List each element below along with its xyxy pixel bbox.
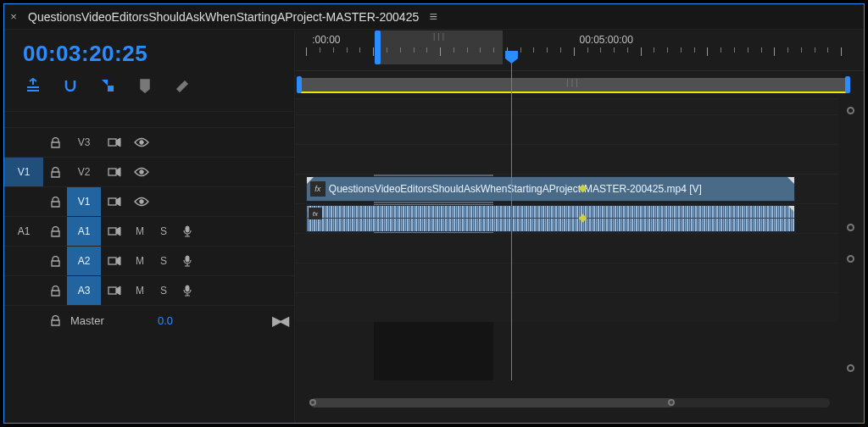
sync-lock-a1[interactable]	[101, 217, 128, 246]
vscroll-marker[interactable]	[847, 107, 854, 114]
solo-toggle-a3[interactable]: S	[152, 276, 175, 305]
horizontal-zoom-scrollbar[interactable]	[310, 398, 830, 408]
lane-v3[interactable]	[295, 114, 838, 144]
lock-toggle-a2[interactable]	[43, 247, 67, 275]
video-clip-name: QuestionsVideoEditorsShouldAskWhenStarti…	[329, 183, 702, 195]
sync-lock-v1[interactable]	[101, 187, 128, 216]
track-label-a2[interactable]: A2	[67, 247, 101, 275]
insert-overwrite-icon[interactable]	[23, 75, 43, 96]
lock-toggle-a1[interactable]	[43, 217, 67, 246]
playhead[interactable]	[511, 56, 512, 380]
lane-a3[interactable]	[295, 263, 838, 292]
io-toggle-icon[interactable]: ▶◀	[272, 313, 286, 329]
tab-bar: × QuestionsVideoEditorsShouldAskWhenStar…	[4, 4, 864, 30]
track-header-a2: A2 M S	[4, 246, 294, 275]
work-area-start-handle[interactable]	[297, 76, 302, 93]
lock-toggle-master[interactable]	[43, 306, 67, 335]
ruler-labels: :00:00 00:05:00:00	[295, 34, 864, 46]
video-clip[interactable]: fx QuestionsVideoEditorsShouldAskWhenSta…	[306, 176, 795, 202]
timeline-panel: × QuestionsVideoEditorsShouldAskWhenStar…	[3, 3, 865, 424]
mute-toggle-a3[interactable]: M	[128, 276, 152, 305]
work-area-bar[interactable]	[300, 78, 847, 92]
voiceover-a1[interactable]	[175, 217, 199, 246]
audio-clip[interactable]: fx	[306, 205, 795, 232]
source-patch-v1-empty[interactable]	[4, 187, 43, 216]
time-ruler[interactable]: :00:00 00:05:00:00	[295, 30, 864, 71]
tab-menu-icon[interactable]: ≡	[424, 9, 442, 25]
source-patch-v3[interactable]	[4, 128, 43, 157]
vertical-scroll[interactable]	[843, 107, 859, 372]
solo-toggle-a2[interactable]: S	[152, 247, 175, 275]
vscroll-marker[interactable]	[847, 364, 854, 372]
solo-toggle-a1[interactable]: S	[152, 217, 175, 246]
track-label-a3[interactable]: A3	[67, 276, 101, 305]
track-lanes: fx QuestionsVideoEditorsShouldAskWhenSta…	[295, 98, 838, 380]
zoom-thumb-left-handle[interactable]	[309, 399, 316, 406]
ruler-label-1: 00:05:00:00	[580, 34, 633, 46]
track-header-column: 00:03:20:25	[4, 30, 294, 423]
timeline-content[interactable]: :00:00 00:05:00:00 fx	[294, 30, 864, 423]
svg-rect-2	[108, 169, 116, 175]
zoom-thumb-right-handle[interactable]	[668, 399, 675, 406]
toggle-output-v2[interactable]	[128, 158, 155, 186]
fx-badge-icon[interactable]: fx	[309, 208, 322, 219]
spacer-row	[4, 111, 294, 127]
fx-badge-icon[interactable]: fx	[310, 181, 326, 197]
work-area-end-handle[interactable]	[845, 76, 850, 93]
ruler-label-0: :00:00	[312, 34, 340, 46]
lane-master[interactable]	[295, 292, 838, 322]
toggle-output-v1[interactable]	[128, 187, 155, 216]
track-label-v1[interactable]: V1	[67, 187, 101, 216]
lock-toggle-v3[interactable]	[43, 128, 67, 157]
track-headers: V3 V1 V2 V1	[4, 111, 294, 335]
current-timecode[interactable]: 00:03:20:25	[4, 30, 294, 75]
source-patch-audio[interactable]: A1	[4, 217, 43, 246]
mute-toggle-a2[interactable]: M	[128, 247, 152, 275]
lock-toggle-v1[interactable]	[43, 187, 67, 216]
source-patch-a3[interactable]	[4, 276, 43, 305]
svg-point-5	[140, 200, 144, 204]
lane-v1[interactable]: fx QuestionsVideoEditorsShouldAskWhenSta…	[295, 174, 838, 203]
voiceover-a3[interactable]	[175, 276, 199, 305]
track-label-v2[interactable]: V2	[67, 158, 101, 186]
waveform-left	[307, 206, 794, 219]
snap-icon[interactable]	[60, 75, 81, 96]
track-header-a3: A3 M S	[4, 275, 294, 305]
master-volume[interactable]: 0.0	[140, 314, 191, 327]
source-patch-a2[interactable]	[4, 247, 43, 275]
ruler-ticks	[295, 47, 864, 56]
lock-toggle-a3[interactable]	[43, 276, 67, 305]
zoom-thumb[interactable]	[310, 398, 674, 408]
lock-toggle-v2[interactable]	[43, 158, 67, 186]
lane-spacer[interactable]	[295, 98, 838, 114]
sequence-title[interactable]: QuestionsVideoEditorsShouldAskWhenStarti…	[23, 10, 424, 24]
track-label-v3[interactable]: V3	[67, 128, 101, 157]
lane-a1[interactable]: fx	[295, 203, 838, 233]
tab-close-button[interactable]: ×	[4, 10, 23, 23]
lane-v2[interactable]	[295, 144, 838, 174]
timeline-body: 00:03:20:25	[4, 30, 864, 423]
svg-rect-10	[108, 287, 116, 294]
sync-lock-v3[interactable]	[101, 128, 128, 157]
source-patch-video[interactable]: V1	[4, 158, 43, 186]
track-header-v1: V1	[4, 186, 294, 216]
settings-icon[interactable]	[172, 75, 192, 96]
linked-selection-icon[interactable]	[97, 75, 118, 96]
track-label-a1[interactable]: A1	[67, 217, 101, 246]
marker-icon[interactable]	[135, 75, 155, 96]
svg-rect-7	[186, 226, 189, 232]
master-label[interactable]: Master	[67, 314, 140, 327]
voiceover-a2[interactable]	[175, 247, 199, 275]
svg-rect-0	[108, 139, 116, 146]
sync-lock-v2[interactable]	[101, 158, 128, 186]
vscroll-marker[interactable]	[847, 224, 854, 231]
source-patch-master	[4, 306, 43, 335]
lane-a2[interactable]	[295, 233, 838, 263]
track-header-v2: V1 V2	[4, 157, 294, 186]
vscroll-marker[interactable]	[847, 255, 854, 263]
sync-lock-a3[interactable]	[101, 276, 128, 305]
svg-rect-9	[186, 256, 189, 262]
sync-lock-a2[interactable]	[101, 247, 128, 275]
toggle-output-v3[interactable]	[128, 128, 155, 157]
mute-toggle-a1[interactable]: M	[128, 217, 152, 246]
